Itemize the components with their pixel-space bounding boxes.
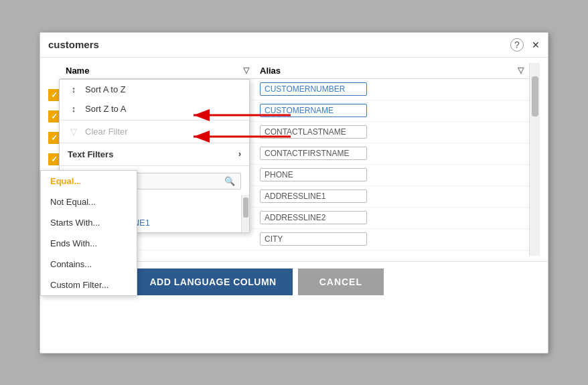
title-actions: ? ✕ [510, 38, 540, 52]
not-equal-item[interactable]: Not Equal... [41, 191, 137, 212]
alias-input-4[interactable] [260, 147, 367, 160]
alias-filter-icon[interactable]: ▽ [518, 66, 524, 75]
alias-input-5[interactable] [260, 168, 367, 181]
cell-alias-7 [254, 211, 529, 224]
table-area: Name ▽ Alias ▽ customerNumber customerNa… [40, 58, 548, 261]
clear-filter-item[interactable]: ▽ Clear Filter [60, 122, 249, 141]
cell-alias-5 [254, 168, 529, 181]
cancel-button[interactable]: CANCEL [298, 268, 384, 295]
cell-alias-2 [254, 104, 529, 117]
sort-az-icon: ↕ [68, 84, 80, 94]
ends-with-item[interactable]: Ends With... [41, 233, 137, 254]
text-filters-arrow: › [238, 149, 241, 159]
sort-za-item[interactable]: ↕ Sort Z to A [60, 99, 249, 119]
sort-az-item[interactable]: ↕ Sort A to Z [60, 80, 249, 99]
equal-item[interactable]: Equal... [41, 171, 137, 191]
starts-with-item[interactable]: Starts With... [41, 212, 137, 233]
cell-alias-6 [254, 189, 529, 203]
cell-alias-1 [254, 82, 529, 96]
name-column-header: Name ▽ [60, 66, 254, 76]
text-filters-item[interactable]: Text Filters › [60, 145, 249, 164]
table-scrollbar[interactable] [529, 63, 540, 256]
alias-input-8[interactable] [260, 232, 367, 246]
text-filter-submenu: Equal... Not Equal... Starts With... End… [40, 170, 137, 296]
contains-item[interactable]: Contains... [41, 254, 137, 275]
sort-za-icon: ↕ [68, 104, 80, 114]
alias-input-1[interactable] [260, 82, 367, 96]
add-language-button[interactable]: ADD LANGUAGE COLUMN [134, 268, 293, 295]
help-icon[interactable]: ? [510, 38, 524, 52]
text-filters-label: Text Filters [68, 149, 113, 159]
alias-column-header: Alias ▽ [254, 66, 529, 76]
search-icon: 🔍 [224, 176, 235, 186]
alias-input-7[interactable] [260, 211, 367, 224]
sort-za-label: Sort Z to A [85, 104, 126, 114]
clear-filter-icon: ▽ [68, 127, 80, 137]
close-icon[interactable]: ✕ [532, 40, 540, 50]
cell-alias-3 [254, 125, 529, 139]
column-headers: Name ▽ Alias ▽ [60, 63, 529, 79]
menu-divider-1 [60, 120, 249, 121]
name-filter-icon[interactable]: ▽ [243, 66, 249, 75]
sort-az-label: Sort A to Z [85, 84, 126, 94]
custom-filter-item[interactable]: Custom Filter... [41, 275, 137, 295]
alias-input-6[interactable] [260, 189, 367, 203]
checklist-scrollbar[interactable] [241, 195, 249, 232]
cell-alias-8 [254, 232, 529, 246]
checklist-scrollbar-thumb[interactable] [243, 198, 248, 218]
title-bar: customers ? ✕ [40, 33, 548, 58]
alias-input-2[interactable] [260, 104, 367, 117]
scrollbar-thumb[interactable] [532, 76, 538, 117]
menu-divider-2 [60, 143, 249, 143]
alias-input-3[interactable] [260, 125, 367, 139]
menu-divider-3 [60, 165, 249, 166]
cell-alias-4 [254, 147, 529, 160]
clear-filter-label: Clear Filter [85, 127, 128, 137]
dialog-title: customers [48, 39, 99, 50]
main-dialog: customers ? ✕ Name ▽ A [40, 32, 548, 354]
